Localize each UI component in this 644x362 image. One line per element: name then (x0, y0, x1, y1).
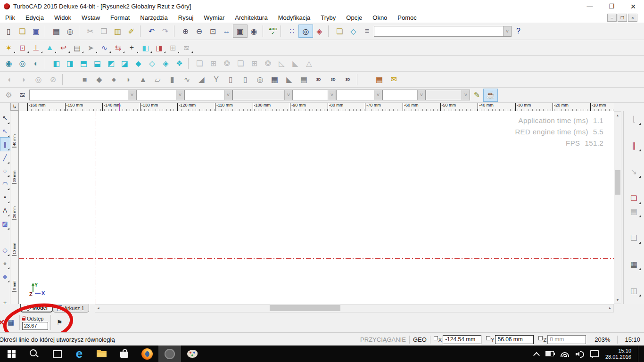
view-bottom-icon[interactable]: ⬓ (91, 58, 104, 70)
task-view-button[interactable] (45, 346, 68, 362)
zoom-selection-icon[interactable]: ◉ (247, 25, 261, 37)
vertical-scrollbar[interactable]: ▴ ▾ (614, 111, 621, 304)
workplane-select-icon[interactable]: ➤ (84, 41, 98, 54)
geo-status-label[interactable]: GEO (413, 336, 427, 343)
edit-select-tool-icon[interactable]: ↖ (0, 124, 10, 138)
symbols-folder-icon[interactable]: ❏ (333, 25, 347, 37)
wedge-tool-icon[interactable]: ◢ (194, 74, 209, 86)
lathe-tool-icon[interactable]: Y (209, 74, 223, 86)
cut-icon[interactable]: ✂ (83, 25, 97, 37)
show-desktop-button[interactable] (638, 346, 640, 362)
ruler-tick-label[interactable]: -130 mm (140, 103, 178, 111)
sphere-tool-icon[interactable]: ● (107, 74, 121, 86)
hemisphere-tool-icon[interactable]: ◗ (121, 74, 136, 86)
grid-snap-icon[interactable]: ∷ (285, 25, 299, 37)
zoom-out-icon[interactable]: ⊖ (192, 25, 206, 37)
full-view-icon[interactable]: ▣ (233, 25, 247, 37)
cone-tool-icon[interactable]: ▲ (136, 74, 150, 86)
lock-icon[interactable] (22, 318, 25, 321)
arc-tool-icon[interactable]: ◠ (0, 177, 10, 190)
paint-icon[interactable] (181, 346, 204, 362)
circle-tool-icon[interactable]: ○ (0, 164, 10, 177)
group-gray-icon[interactable]: ❑ (627, 231, 641, 244)
taskbar-clock[interactable]: 15:10 28.01.2016 (605, 348, 631, 360)
restore-button[interactable]: ❐ (601, 0, 622, 13)
menu-wymiar[interactable]: Wymiar (198, 14, 230, 21)
stretch-gray-icon[interactable]: ↘ (627, 165, 641, 178)
tab-model[interactable]: Model (20, 304, 53, 313)
ruler-tick-label[interactable]: 30 mm (12, 148, 17, 184)
facet-edit-gray-icon[interactable]: ◖ (2, 74, 17, 86)
ruler-tick-label[interactable]: -40 mm (478, 103, 515, 111)
menu-architektura[interactable]: Architektura (230, 14, 272, 21)
drawing-canvas[interactable]: Application time (ms)1.1 RED engine time… (19, 111, 614, 304)
mirror-copy-icon[interactable]: ❑ (234, 58, 248, 70)
workplane-named-icon[interactable]: ▤ (70, 41, 84, 54)
polyline-3d-icon[interactable]: 3D (311, 74, 326, 86)
spline-3d-icon[interactable]: 3D (340, 74, 355, 86)
ruler-tick-label[interactable]: 10 mm (12, 220, 17, 256)
ruler-tick-label[interactable]: 20 mm (12, 183, 17, 220)
menu-tryby[interactable]: Tryby (315, 14, 341, 21)
ruler-tick-label[interactable]: -150 mm (65, 103, 103, 111)
pen-color-combo[interactable] (136, 90, 184, 100)
polygon-tool-icon[interactable]: ◇ (0, 243, 10, 256)
snap-mode-icon[interactable]: ◎ (299, 25, 313, 37)
ruler-tick-label[interactable]: -10 mm (12, 292, 17, 304)
menu-widok[interactable]: Widok (49, 14, 76, 21)
ruler-tick-label[interactable]: -60 mm (403, 103, 440, 111)
menu-okno[interactable]: Okno (367, 14, 392, 21)
mdi-restore-button[interactable]: ❐ (618, 14, 627, 22)
paste-gray-icon[interactable]: ▤ (627, 205, 641, 218)
render-scene-icon[interactable]: ☕ (484, 89, 497, 101)
close-button[interactable]: × (622, 0, 644, 13)
boolean-add-icon[interactable]: ◉ (2, 58, 16, 70)
circular-array-icon[interactable]: ❂ (220, 58, 234, 70)
view-iso-se-icon[interactable]: ◆ (132, 58, 145, 70)
table-tool-icon[interactable]: ▦ (627, 257, 641, 271)
menu-narzedzia[interactable]: Narzędzia (135, 14, 173, 21)
render-settings-icon[interactable]: ⚙ (2, 89, 16, 101)
calculator-table-icon[interactable]: ▦ (5, 318, 17, 327)
ruler-tick-label[interactable]: -10 mm (590, 103, 614, 111)
action-center-icon[interactable] (590, 350, 599, 357)
mdi-minimize-button[interactable]: – (607, 14, 617, 22)
ruler-tick-label[interactable]: -140 mm (102, 103, 140, 111)
texture-combo[interactable] (426, 90, 470, 100)
pen-pattern-combo[interactable] (232, 90, 293, 100)
tray-chevron-icon[interactable] (533, 352, 540, 358)
finish-flag-icon[interactable]: ⚑ (53, 319, 66, 326)
mesh-tool-icon[interactable]: ▦ (267, 74, 282, 86)
redo-icon[interactable]: ↷ (158, 25, 172, 37)
arc-3d-icon[interactable]: 3D (326, 74, 340, 86)
save-icon[interactable]: ▣ (29, 25, 43, 37)
scroll-down-arrow[interactable]: ▾ (614, 296, 621, 304)
cube-tool-icon[interactable]: ◆ (92, 74, 107, 86)
insert-object-icon[interactable]: ◇ (347, 25, 360, 37)
pen-edit-icon[interactable]: ✎ (470, 89, 484, 101)
close-inspector-button[interactable]: ✕ (0, 318, 5, 328)
workplane-by-points-icon[interactable]: ✶ (2, 41, 16, 54)
array-copy-icon[interactable]: ⊞ (248, 58, 261, 70)
send-mail-icon[interactable]: ✉ (387, 74, 401, 86)
menu-rysuj[interactable]: Rysuj (173, 14, 199, 21)
view-iso-nw-icon[interactable]: ❖ (173, 58, 186, 70)
menu-opcje[interactable]: Opcje (341, 14, 367, 21)
zoom-in-icon[interactable]: ⊕ (179, 25, 192, 37)
battery-icon[interactable] (545, 351, 554, 356)
vertical-scroll-thumb[interactable] (615, 170, 620, 195)
deform-gray-icon[interactable]: ◗ (17, 74, 31, 86)
print-preview-icon[interactable]: ◎ (63, 25, 77, 37)
workplane-nodes-icon[interactable]: ∿ (98, 41, 111, 54)
wireframe-box-icon[interactable]: ◫ (627, 284, 641, 297)
menu-wstaw[interactable]: Wstaw (76, 14, 105, 21)
view-iso-ne-icon[interactable]: ◈ (159, 58, 173, 70)
open-file-icon[interactable]: ❏ (16, 25, 29, 37)
workplane-by-facet-icon[interactable]: ▲ (43, 41, 57, 54)
print-icon[interactable]: ▤ (50, 25, 63, 37)
prism-tool-icon[interactable]: ▱ (150, 74, 165, 86)
hatch-tool-icon[interactable]: ▨ (0, 217, 10, 230)
y-coordinate-input[interactable]: 56.06 mm (495, 335, 534, 344)
grid-toggle-icon[interactable]: ⊞ (166, 41, 180, 54)
rod-tool-icon[interactable]: ▯ (238, 74, 253, 86)
